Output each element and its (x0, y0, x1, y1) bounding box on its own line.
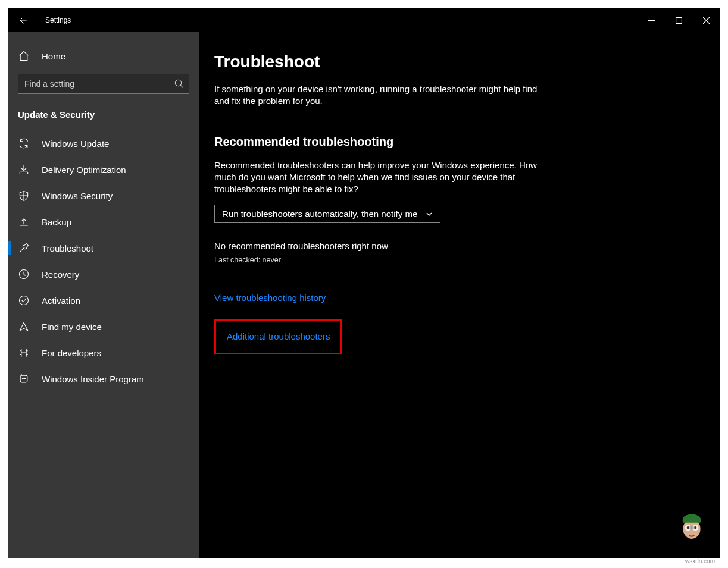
recommended-description: Recommended troubleshooters can help imp… (214, 159, 548, 196)
sidebar-item-label: Windows Security (42, 191, 113, 201)
sidebar-nav: Windows Update Delivery Optimization Win… (8, 130, 199, 392)
sidebar: Home Update & Security Windows Update De… (8, 32, 199, 558)
troubleshoot-mode-dropdown[interactable]: Run troubleshooters automatically, then … (214, 205, 440, 223)
maximize-icon (676, 17, 682, 24)
sidebar-item-label: Delivery Optimization (42, 165, 126, 175)
recovery-icon (18, 268, 30, 280)
window-title: Settings (45, 16, 71, 24)
chevron-down-icon (426, 211, 433, 218)
location-icon (18, 321, 30, 332)
search-input[interactable] (18, 74, 189, 94)
svg-rect-0 (676, 17, 682, 23)
sidebar-section-title: Update & Security (8, 105, 199, 130)
search-wrap (18, 74, 189, 94)
main-panel: Troubleshoot If something on your device… (199, 32, 720, 558)
minimize-icon (648, 17, 655, 24)
sidebar-item-label: Windows Update (42, 139, 109, 149)
image-credit: wsxdn.com (685, 558, 715, 564)
sidebar-item-delivery-optimization[interactable]: Delivery Optimization (8, 156, 199, 183)
close-icon (703, 17, 710, 24)
content-body: Home Update & Security Windows Update De… (8, 32, 720, 558)
arrow-left-icon (18, 15, 27, 25)
sidebar-item-windows-security[interactable]: Windows Security (8, 183, 199, 209)
home-button[interactable]: Home (8, 44, 199, 68)
sidebar-item-windows-update[interactable]: Windows Update (8, 130, 199, 156)
minimize-button[interactable] (638, 8, 665, 32)
sidebar-item-recovery[interactable]: Recovery (8, 261, 199, 287)
dropdown-value: Run troubleshooters automatically, then … (222, 209, 417, 219)
home-label: Home (42, 51, 65, 61)
sidebar-item-for-developers[interactable]: For developers (8, 340, 199, 366)
sidebar-item-label: For developers (42, 348, 101, 358)
maximize-button[interactable] (665, 8, 692, 32)
window-controls (638, 8, 720, 32)
home-icon (18, 50, 30, 62)
recommended-heading: Recommended troubleshooting (214, 135, 720, 149)
svg-rect-12 (687, 526, 697, 529)
back-button[interactable] (8, 8, 37, 32)
insider-icon (18, 373, 30, 385)
sidebar-item-find-my-device[interactable]: Find my device (8, 313, 199, 340)
shield-icon (18, 190, 30, 202)
sidebar-item-troubleshoot[interactable]: Troubleshoot (8, 235, 199, 261)
sidebar-item-label: Recovery (42, 269, 79, 280)
view-history-link[interactable]: View troubleshooting history (214, 293, 326, 303)
sidebar-item-label: Backup (42, 217, 71, 227)
svg-point-5 (22, 378, 23, 379)
developer-icon (18, 347, 30, 359)
sidebar-item-label: Windows Insider Program (42, 374, 144, 384)
additional-troubleshooters-link[interactable]: Additional troubleshooters (227, 331, 330, 341)
search-icon (174, 79, 185, 89)
delivery-icon (18, 164, 30, 175)
settings-window: Settings Home Update & Security Windows … (8, 8, 720, 558)
svg-point-1 (175, 80, 182, 86)
sidebar-item-windows-insider[interactable]: Windows Insider Program (8, 366, 199, 392)
page-intro: If something on your device isn't workin… (214, 83, 548, 108)
sidebar-item-label: Activation (42, 296, 80, 306)
check-circle-icon (18, 294, 30, 306)
svg-point-6 (24, 378, 26, 379)
titlebar: Settings (8, 8, 720, 32)
svg-point-3 (20, 296, 29, 305)
sidebar-item-activation[interactable]: Activation (8, 287, 199, 313)
sidebar-item-label: Find my device (42, 322, 102, 332)
svg-rect-4 (20, 375, 27, 382)
wrench-icon (18, 242, 30, 254)
sync-icon (18, 137, 30, 149)
sidebar-item-label: Troubleshoot (42, 243, 93, 253)
no-recommended-text: No recommended troubleshooters right now (214, 241, 720, 251)
close-button[interactable] (692, 8, 720, 32)
additional-troubleshooters-highlight: Additional troubleshooters (214, 319, 342, 354)
last-checked-text: Last checked: never (214, 256, 720, 264)
sidebar-item-backup[interactable]: Backup (8, 209, 199, 235)
backup-icon (18, 216, 30, 228)
page-heading: Troubleshoot (214, 52, 720, 71)
watermark-mascot (679, 510, 704, 540)
